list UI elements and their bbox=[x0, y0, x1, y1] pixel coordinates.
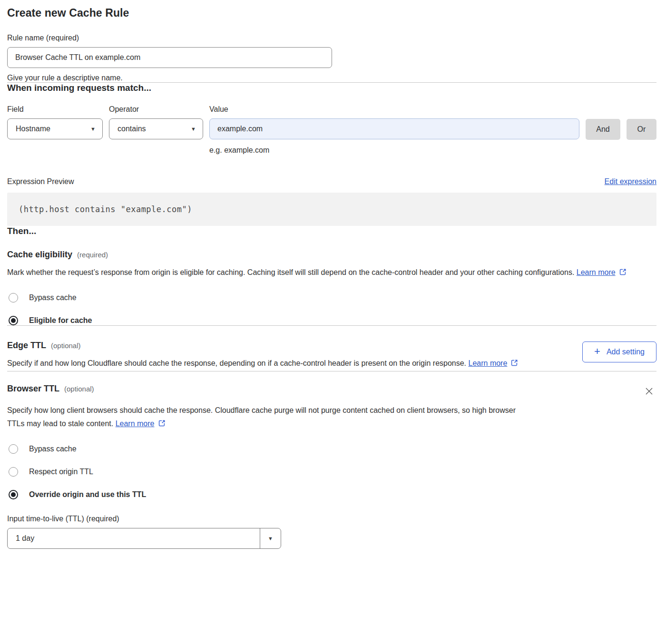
value-column: Value e.g. example.com bbox=[209, 105, 579, 155]
radio-bypass-cache[interactable]: Bypass cache bbox=[7, 293, 656, 302]
radio-eligible-for-cache[interactable]: Eligible for cache bbox=[7, 316, 656, 325]
add-setting-label: Add setting bbox=[607, 348, 645, 356]
radio-label: Bypass cache bbox=[29, 293, 77, 302]
edge-ttl-content: Edge TTL (optional) Specify if and how l… bbox=[7, 341, 518, 371]
external-link-icon bbox=[510, 358, 518, 371]
or-button[interactable]: Or bbox=[627, 119, 656, 140]
value-input[interactable] bbox=[209, 118, 579, 139]
browser-ttl-learn-more-link[interactable]: Learn more bbox=[116, 420, 155, 428]
operator-column: Operator contains ▼ bbox=[109, 105, 203, 139]
cache-eligibility-title-text: Cache eligibility bbox=[7, 250, 72, 260]
plus-icon: + bbox=[594, 346, 600, 357]
edge-ttl-title: Edge TTL (optional) bbox=[7, 341, 518, 351]
expression-code: (http.host contains "example.com") bbox=[7, 193, 656, 226]
chevron-down-icon: ▼ bbox=[191, 127, 196, 132]
radio-label: Override origin and use this TTL bbox=[29, 490, 146, 499]
field-column: Field Hostname ▼ bbox=[7, 105, 103, 139]
page-title: Create new Cache Rule bbox=[7, 7, 656, 20]
ttl-select-value: 1 day bbox=[8, 528, 260, 548]
browser-ttl-header: Browser TTL (optional) bbox=[7, 384, 656, 398]
rule-name-input[interactable] bbox=[7, 47, 332, 68]
radio-override-origin-ttl[interactable]: Override origin and use this TTL bbox=[7, 490, 656, 499]
external-link-icon bbox=[158, 418, 166, 431]
chevron-down-icon: ▼ bbox=[90, 127, 96, 132]
browser-ttl-title: Browser TTL (optional) bbox=[7, 384, 94, 394]
create-cache-rule-form: Create new Cache Rule Rule name (require… bbox=[0, 7, 666, 563]
edge-ttl-section: Edge TTL (optional) Specify if and how l… bbox=[7, 341, 656, 371]
close-icon[interactable] bbox=[643, 385, 656, 398]
optional-label: (optional) bbox=[64, 385, 94, 393]
ttl-label: Input time-to-live (TTL) (required) bbox=[7, 515, 656, 523]
radio-label: Respect origin TTL bbox=[29, 468, 93, 476]
match-row: Field Hostname ▼ Operator contains ▼ Val… bbox=[7, 105, 656, 155]
and-button[interactable]: And bbox=[586, 119, 620, 140]
radio-label: Eligible for cache bbox=[29, 316, 92, 325]
expression-preview-header: Expression Preview Edit expression bbox=[7, 177, 656, 186]
browser-ttl-title-text: Browser TTL bbox=[7, 384, 59, 394]
radio-label: Bypass cache bbox=[29, 445, 77, 453]
add-setting-button[interactable]: + Add setting bbox=[582, 342, 656, 362]
operator-select-value: contains bbox=[118, 125, 146, 133]
edge-ttl-learn-more-link[interactable]: Learn more bbox=[469, 359, 508, 367]
radio-bypass-cache[interactable]: Bypass cache bbox=[7, 444, 656, 454]
operator-label: Operator bbox=[109, 105, 203, 114]
chevron-down-icon: ▼ bbox=[260, 528, 281, 548]
cache-eligibility-description-text: Mark whether the request’s response from… bbox=[7, 268, 574, 276]
divider bbox=[7, 371, 656, 371]
cache-eligibility-title: Cache eligibility (required) bbox=[7, 250, 656, 260]
rule-name-label: Rule name (required) bbox=[7, 34, 656, 42]
cache-eligibility-options: Bypass cache Eligible for cache bbox=[7, 293, 656, 325]
browser-ttl-options: Bypass cache Respect origin TTL Override… bbox=[7, 444, 656, 499]
edge-ttl-description-text: Specify if and how long Cloudflare shoul… bbox=[7, 359, 466, 367]
edge-ttl-title-text: Edge TTL bbox=[7, 341, 46, 351]
optional-label: (optional) bbox=[51, 342, 81, 350]
radio-icon[interactable] bbox=[9, 293, 18, 302]
browser-ttl-description: Specify how long client browsers should … bbox=[7, 404, 528, 431]
value-hint: e.g. example.com bbox=[209, 146, 579, 155]
ttl-input-group: Input time-to-live (TTL) (required) 1 da… bbox=[7, 515, 656, 549]
field-select[interactable]: Hostname ▼ bbox=[7, 118, 103, 139]
radio-icon-selected[interactable] bbox=[9, 490, 18, 499]
field-select-value: Hostname bbox=[16, 125, 50, 133]
external-link-icon bbox=[619, 267, 627, 280]
rule-name-help: Give your rule a descriptive name. bbox=[7, 74, 656, 82]
radio-respect-origin-ttl[interactable]: Respect origin TTL bbox=[7, 467, 656, 477]
divider bbox=[7, 325, 656, 326]
value-label: Value bbox=[209, 105, 579, 114]
edge-ttl-description: Specify if and how long Cloudflare shoul… bbox=[7, 357, 518, 371]
radio-icon-selected[interactable] bbox=[9, 316, 18, 325]
cache-eligibility-section: Cache eligibility (required) Mark whethe… bbox=[7, 250, 656, 325]
then-heading: Then... bbox=[7, 226, 656, 236]
edit-expression-link[interactable]: Edit expression bbox=[605, 177, 656, 186]
ttl-select[interactable]: 1 day ▼ bbox=[7, 528, 281, 549]
cache-eligibility-learn-more-link[interactable]: Learn more bbox=[577, 268, 616, 276]
rule-name-group: Rule name (required) Give your rule a de… bbox=[7, 34, 656, 82]
radio-icon[interactable] bbox=[9, 444, 18, 454]
andor-buttons: And Or bbox=[586, 105, 656, 140]
browser-ttl-section: Browser TTL (optional) Specify how long … bbox=[7, 384, 656, 549]
browser-ttl-description-text: Specify how long client browsers should … bbox=[7, 406, 516, 428]
required-label: (required) bbox=[77, 251, 108, 259]
field-label: Field bbox=[7, 105, 103, 114]
cache-eligibility-description: Mark whether the request’s response from… bbox=[7, 266, 656, 280]
match-heading: When incoming requests match... bbox=[7, 83, 656, 93]
operator-select[interactable]: contains ▼ bbox=[109, 118, 203, 139]
expression-preview-label: Expression Preview bbox=[7, 177, 74, 186]
radio-icon[interactable] bbox=[9, 467, 18, 477]
